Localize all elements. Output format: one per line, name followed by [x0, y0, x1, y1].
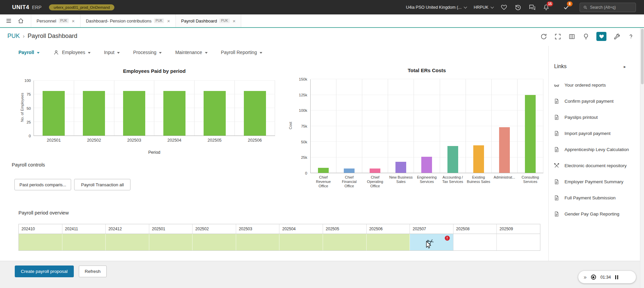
record-icon[interactable] [591, 275, 596, 280]
bar-new-business [395, 162, 406, 173]
y-axis-ticks: 025k50k75k100k125k150k [294, 79, 309, 173]
refresh-button[interactable]: Refresh [79, 266, 107, 277]
link-label: Your ordered reports [565, 83, 606, 88]
period-header-202412: 202412 [106, 224, 149, 234]
search-input[interactable] [590, 5, 632, 10]
menu-item-label: Input [104, 50, 114, 55]
pause-icon[interactable] [615, 275, 618, 279]
period-cell-202502[interactable] [193, 234, 236, 250]
chart-slot: 202502 [74, 81, 114, 136]
y-tick-label: 75 [26, 92, 31, 96]
period-header-202501: 202501 [149, 224, 193, 234]
logo-product: ERP [32, 5, 42, 10]
period-cell-202507[interactable]: ! [410, 234, 453, 250]
global-search[interactable] [580, 3, 636, 12]
period-cell-202505[interactable] [323, 234, 367, 250]
wrench-settings-icon[interactable] [613, 33, 621, 40]
company-selector[interactable]: U4ia PSO United Kingdom (... [406, 5, 467, 10]
menu-item-employees[interactable]: Employees [53, 49, 91, 56]
tab-dashboard-pension-contributions[interactable]: Dashboard- Pension contributions PUK × [80, 14, 175, 27]
tab-payroll-dashboard[interactable]: Payroll Dashboard PUK × [175, 14, 241, 27]
favorite-toggle-heart-icon[interactable] [596, 32, 606, 41]
fullscreen-icon[interactable] [554, 33, 561, 40]
favorites-heart-icon[interactable] [500, 4, 507, 11]
employees-paid-chart: Employees Paid by period No. of Employee… [18, 65, 278, 163]
link-apprenticeship-levy-calculation[interactable]: Apprenticeship Levy Calculation [549, 141, 639, 157]
document-icon [553, 211, 560, 217]
menu-item-payroll-reporting[interactable]: Payroll Reporting [221, 50, 262, 55]
link-import-payroll-payment[interactable]: Import payroll payment [549, 125, 639, 141]
period-table-header: 2024102024112024122025012025022025032025… [19, 224, 540, 234]
chart-title: Employees Paid by period [34, 68, 275, 74]
refresh-icon[interactable] [540, 33, 547, 40]
role-selector[interactable]: HRPUK [474, 5, 493, 10]
collapse-chevrons-icon[interactable]: » [584, 275, 587, 280]
tab-company-badge: PUK [59, 18, 69, 23]
period-cell-202509[interactable] [497, 234, 540, 250]
create-payroll-proposal-button[interactable]: Create payroll proposal [15, 266, 74, 277]
person-icon [53, 49, 59, 56]
breadcrumb-root-link[interactable]: PUK [7, 33, 20, 40]
menu-item-maintenance[interactable]: Maintenance [175, 50, 207, 55]
link-employer-payment-summary[interactable]: Employer Payment Summary [549, 174, 639, 190]
lightbulb-icon[interactable] [582, 33, 590, 40]
help-icon[interactable] [627, 33, 635, 40]
links-title: Links [554, 63, 567, 69]
chat-icon[interactable] [529, 4, 536, 11]
y-tick-label: 0 [29, 134, 31, 138]
page: PUK › Payroll Dashboard PayrollEmployees… [0, 28, 644, 288]
vertical-scrollbar[interactable] [640, 28, 644, 288]
tasks-check[interactable]: 8 [563, 4, 570, 11]
chevron-down-icon [260, 52, 262, 54]
collapse-arrow-icon[interactable]: ▸ [624, 64, 626, 69]
menu-item-processing[interactable]: Processing [133, 50, 162, 55]
notifications-bell[interactable]: 15 [543, 4, 550, 11]
period-cell-202506[interactable] [367, 234, 410, 250]
payroll-transaction-all-button[interactable]: Payroll Transaction all [74, 179, 130, 190]
plot-area: 202501202502202503202504202505202506 [34, 81, 275, 136]
link-gender-pay-gap-reporting[interactable]: Gender Pay Gap Reporting [549, 206, 639, 222]
link-label: Import payroll payment [565, 131, 610, 136]
total-ers-costs-chart: Total ERs Costs Cost 025k50k75k100k125k1… [288, 65, 545, 200]
link-your-ordered-reports[interactable]: Your ordered reports [549, 77, 639, 93]
link-confirm-payroll-payment[interactable]: Confirm payroll payment [549, 93, 639, 109]
link-label: Confirm payroll payment [565, 99, 613, 104]
bar-existing [473, 145, 484, 173]
period-cell-202508[interactable] [453, 234, 497, 250]
document-icon [553, 179, 560, 185]
close-icon[interactable]: × [167, 18, 170, 24]
chart-slot: New Business Sales [388, 79, 414, 173]
period-cell-202501[interactable] [149, 234, 193, 250]
chart-slot: 202506 [235, 81, 275, 136]
history-icon[interactable] [515, 4, 522, 11]
link-electronic-document-repository[interactable]: Electronic document repository [549, 157, 639, 174]
scrollbar-thumb[interactable] [641, 29, 644, 84]
y-tick-label: 125k [299, 93, 307, 97]
past-periods-comparis-button[interactable]: Past periods comparis... [14, 179, 71, 190]
period-cell-202503[interactable] [236, 234, 280, 250]
hamburger-menu-icon[interactable] [5, 17, 12, 24]
menu-item-input[interactable]: Input [104, 50, 120, 55]
chart-slot: 202503 [114, 81, 155, 136]
link-payslips-printout[interactable]: Payslips printout [549, 109, 639, 125]
close-icon[interactable]: × [233, 18, 236, 24]
period-cell-202504[interactable] [279, 234, 323, 250]
open-tabs: Personnel PUK × Dashboard- Pension contr… [31, 14, 241, 27]
period-cell-202412[interactable] [106, 234, 149, 250]
link-label: Electronic document repository [565, 163, 627, 168]
document-icon [553, 130, 560, 137]
home-icon[interactable] [17, 17, 24, 24]
y-axis-ticks: 0255075100 [20, 81, 32, 136]
period-header-202503: 202503 [236, 224, 280, 234]
table-layout-icon[interactable] [568, 33, 576, 40]
close-icon[interactable]: × [72, 18, 75, 24]
chart-title: Total ERs Costs [310, 67, 543, 73]
period-cell-202411[interactable] [62, 234, 106, 250]
link-full-payment-submission[interactable]: Full Payment Submission [549, 190, 639, 206]
bar-202505 [204, 91, 226, 136]
menu-item-payroll[interactable]: Payroll [18, 50, 40, 55]
document-icon [553, 146, 560, 153]
period-cell-202410[interactable] [19, 234, 62, 250]
bar-202506 [244, 91, 266, 136]
tab-personnel[interactable]: Personnel PUK × [31, 14, 80, 27]
